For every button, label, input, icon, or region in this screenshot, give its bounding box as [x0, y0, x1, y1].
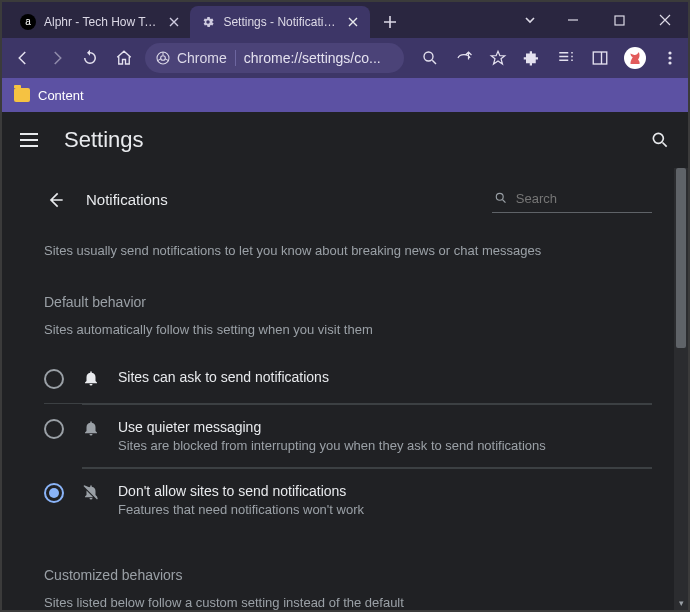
address-bar[interactable]: Chrome chrome://settings/co... [145, 43, 404, 73]
folder-icon [14, 88, 30, 102]
svg-text:a: a [25, 16, 31, 27]
close-icon[interactable] [168, 15, 180, 29]
bell-off-icon [80, 483, 102, 501]
radio-button[interactable] [44, 419, 64, 439]
svg-rect-6 [593, 52, 607, 64]
subheader: Notifications [44, 186, 652, 213]
bookmarks-bar: Content [2, 78, 688, 112]
scrollbar-thumb[interactable] [676, 168, 686, 348]
chevron-down-icon[interactable] [510, 2, 550, 38]
share-icon[interactable] [454, 48, 474, 68]
option-subtitle: Sites are blocked from interrupting you … [118, 438, 546, 453]
profile-avatar[interactable] [624, 47, 646, 69]
option-title: Sites can ask to send notifications [118, 369, 329, 385]
svg-point-9 [668, 61, 671, 64]
svg-point-11 [496, 193, 503, 200]
option-text: Sites can ask to send notifications [118, 369, 329, 385]
close-window-button[interactable] [642, 2, 688, 38]
side-panel-icon[interactable] [590, 48, 610, 68]
new-tab-button[interactable] [376, 8, 404, 36]
option-title: Don't allow sites to send notifications [118, 483, 364, 499]
content-wrap: Notifications Sites usually send notific… [2, 168, 688, 610]
customized-behaviors-title: Customized behaviors [44, 567, 652, 583]
tab-settings[interactable]: Settings - Notifications [190, 6, 370, 38]
gear-icon [200, 14, 215, 30]
search-icon[interactable] [650, 130, 670, 150]
settings-content: Notifications Sites usually send notific… [2, 168, 674, 610]
reading-list-icon[interactable] [556, 48, 576, 68]
option-dont-allow[interactable]: Don't allow sites to send notifications … [82, 468, 652, 531]
option-text: Don't allow sites to send notifications … [118, 483, 364, 517]
settings-header: Settings [2, 112, 688, 168]
toolbar: Chrome chrome://settings/co... [2, 38, 688, 78]
customized-behaviors-sub: Sites listed below follow a custom setti… [44, 595, 652, 610]
bookmark-item[interactable]: Content [38, 88, 84, 103]
option-text: Use quieter messaging Sites are blocked … [118, 419, 546, 453]
scrollbar-track[interactable] [674, 168, 688, 596]
url-divider [235, 50, 236, 66]
bell-icon [80, 369, 102, 387]
svg-point-8 [668, 56, 671, 59]
intro-text: Sites usually send notifications to let … [44, 243, 652, 258]
default-behavior-title: Default behavior [44, 294, 652, 310]
radio-button[interactable] [44, 369, 64, 389]
svg-rect-2 [615, 16, 624, 25]
bell-icon [80, 419, 102, 437]
chrome-icon [155, 50, 171, 66]
back-button[interactable] [10, 44, 36, 72]
option-subtitle: Features that need notifications won't w… [118, 502, 364, 517]
browser-window: a Alphr - Tech How To's & G Settings - N… [2, 2, 688, 610]
forward-button[interactable] [44, 44, 70, 72]
menu-icon[interactable] [660, 48, 680, 68]
option-quieter-messaging[interactable]: Use quieter messaging Sites are blocked … [82, 404, 652, 468]
settings-search[interactable] [492, 186, 652, 213]
tab-title: Alphr - Tech How To's & G [44, 15, 160, 29]
behavior-options: Sites can ask to send notifications Use … [44, 355, 652, 531]
bookmark-star-icon[interactable] [488, 48, 508, 68]
minimize-button[interactable] [550, 2, 596, 38]
tab-title: Settings - Notifications [223, 15, 338, 29]
chrome-chip: Chrome [155, 50, 227, 66]
maximize-button[interactable] [596, 2, 642, 38]
radio-button-selected[interactable] [44, 483, 64, 503]
svg-point-10 [653, 133, 663, 143]
scrollbar[interactable]: ▾ [674, 168, 688, 610]
url-scheme-label: Chrome [177, 50, 227, 66]
page-title: Notifications [86, 191, 168, 208]
extensions-icon[interactable] [522, 48, 542, 68]
resize-grip[interactable]: ▾ [676, 598, 686, 608]
back-arrow-button[interactable] [44, 188, 68, 212]
search-icon [494, 190, 508, 206]
hamburger-icon[interactable] [20, 133, 44, 147]
search-input[interactable] [516, 191, 650, 206]
toolbar-actions [420, 47, 680, 69]
zoom-icon[interactable] [420, 48, 440, 68]
home-button[interactable] [111, 44, 137, 72]
close-icon[interactable] [347, 15, 361, 29]
option-sites-can-ask[interactable]: Sites can ask to send notifications [44, 355, 652, 404]
url-text: chrome://settings/co... [244, 50, 381, 66]
svg-point-4 [161, 56, 166, 61]
reload-button[interactable] [77, 44, 103, 72]
window-controls [510, 2, 688, 38]
titlebar: a Alphr - Tech How To's & G Settings - N… [2, 2, 688, 38]
svg-point-7 [668, 51, 671, 54]
default-behavior-sub: Sites automatically follow this setting … [44, 322, 652, 337]
tab-strip: a Alphr - Tech How To's & G Settings - N… [2, 2, 404, 38]
option-title: Use quieter messaging [118, 419, 546, 435]
tab-alphr[interactable]: a Alphr - Tech How To's & G [10, 6, 190, 38]
svg-point-5 [424, 52, 433, 61]
alphr-favicon: a [20, 14, 36, 30]
settings-title: Settings [64, 127, 144, 153]
